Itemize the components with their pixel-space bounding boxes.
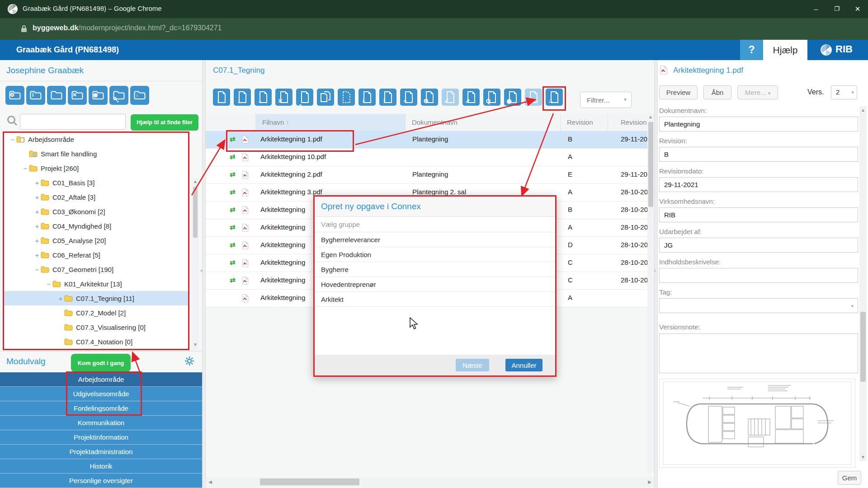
tree-scrollbar-thumb[interactable] [193,187,198,238]
browser-urlbar[interactable]: byggeweb.dk/modernproject/index.html?_dc… [0,18,868,40]
module-item-kommunikation[interactable]: Kommunikation [0,416,202,430]
module-item-projektadministration[interactable]: Projektadministration [0,445,202,459]
field-input-tag-[interactable] [659,298,858,313]
tree-item[interactable]: +C02_Aftale [3] [4,190,189,204]
module-item-udgivelsesomr-de[interactable]: Udgivelsesområde [0,387,202,401]
process-document-button[interactable]: ⚙ [421,89,438,106]
tree-item[interactable]: C07.2_Model [2] [4,305,189,320]
details-scroll-up-icon[interactable]: ▲ [859,108,867,113]
search-input[interactable] [20,114,126,130]
version-select[interactable]: 2▾ [831,85,857,99]
tree-toggle[interactable]: − [22,164,29,172]
copy-document-button[interactable] [317,89,334,106]
details-scrollbar-thumb[interactable] [860,312,866,382]
preview-button[interactable]: Preview [659,85,698,99]
field-input-revision-[interactable] [659,147,858,162]
group-option[interactable]: Bygherre [315,262,555,277]
tree-toggle[interactable]: − [33,266,41,273]
cancel-button[interactable]: Annuller [505,359,542,371]
horizontal-scrollbar-thumb[interactable] [260,479,359,485]
right-splitter[interactable] [654,60,658,488]
field-input-dokumentnavn-[interactable] [659,117,858,131]
tree-scroll-down-icon[interactable]: ▼ [192,342,199,347]
column-header-filnavn[interactable]: Filnavn ↑ [256,114,406,131]
group-option[interactable]: Hovedentreprenør [315,277,555,292]
tree-toggle[interactable]: + [33,208,41,216]
folder-info-button[interactable]: i [26,86,45,105]
tree-scroll-up-icon[interactable]: ▲ [192,179,199,184]
table-row[interactable]: ⇄Arkitekttegning 2.pdfPlantegningE29-11-… [206,166,654,184]
left-splitter[interactable] [202,60,206,488]
field-input-virksomhedsnavn-[interactable] [659,207,858,222]
help-question-button[interactable]: ? [740,40,763,60]
minimize-button[interactable]: – [806,0,826,18]
module-item-fordelingsomr-de[interactable]: Fordelingsområde [0,401,202,416]
getting-started-button[interactable]: Kom godt i gang [71,354,131,372]
folder-permissions-button[interactable] [109,86,128,105]
folder-download-button[interactable]: ↓ [130,86,149,105]
tree-item[interactable]: −Arbejdsområde [4,132,189,146]
group-option[interactable]: Arkitekt [315,292,555,307]
tree-toggle[interactable]: + [33,237,41,244]
module-settings-gear-icon[interactable] [184,356,194,366]
help-tab[interactable]: Hjælp [763,40,807,60]
document-preview-thumbnail[interactable] [659,379,855,468]
table-row[interactable]: ⇄Arkitekttegning 10.pdfA [206,149,654,166]
tree-toggle[interactable]: − [9,136,16,143]
tree-toggle[interactable]: + [33,193,41,201]
table-row[interactable]: ⇄Arkitekttegning 1.pdfPlantegningB29-11-… [206,131,654,149]
delete-document-button[interactable]: ✕ [275,89,292,106]
folder-settings-button[interactable]: ⚙ [5,86,24,105]
more-dropdown[interactable]: Mere... ▾ [737,85,778,99]
module-item-projektinformation[interactable]: Projektinformation [0,430,202,445]
share-document-button[interactable]: ↗ [462,89,480,106]
tree-toggle[interactable]: − [45,280,52,288]
tree-item[interactable]: +C05_Analyse [20] [4,233,189,248]
group-option[interactable]: Egen Produktion [315,247,555,262]
lock-document-button[interactable] [296,89,313,106]
view-document-button[interactable]: ◉ [504,89,521,106]
send-document-button[interactable]: ▶ [525,89,542,106]
tree-toggle[interactable]: + [33,251,41,259]
add-document-button[interactable]: + [400,89,417,106]
table-scrollbar-thumb[interactable] [648,122,653,207]
tree-item[interactable]: +C03_Økonomi [2] [4,204,189,219]
tree-item[interactable]: −Projekt [260] [4,161,189,175]
tree-item[interactable]: Smart file handling [4,146,189,161]
details-scrollbar[interactable] [859,106,867,461]
close-button[interactable]: ✕ [847,0,868,18]
field-input-udarbejdet-af-[interactable] [659,238,858,253]
move-document-button[interactable] [338,89,355,106]
next-button[interactable]: Næste [456,359,489,371]
find-files-help-button[interactable]: Hjælp til at finde filer [131,114,198,131]
tree-item[interactable]: C07.3_Visualisering [0] [4,320,189,334]
module-item-arbejdsomr-de[interactable]: Arbejdsområde [0,372,202,387]
module-item-historik[interactable]: Historik [0,459,202,474]
field-input-indholdsbeskrivelse-[interactable] [659,268,858,283]
column-header-revision[interactable]: Revision [561,114,608,131]
field-input-revisionsdato-[interactable] [659,177,858,192]
folder-delete-button[interactable]: ✕ [68,86,87,105]
folder-view-button[interactable]: ◉ [89,86,108,105]
tree-item[interactable]: +C04_Myndighed [8] [4,219,189,233]
tree-toggle[interactable]: + [57,295,64,302]
save-button[interactable]: Gem [838,471,861,485]
module-item-personlige-oversigter[interactable]: Personlige oversigter [0,474,202,488]
tree-item[interactable]: +C01_Basis [3] [4,175,189,190]
tree-toggle[interactable]: + [33,179,41,187]
tree-toggle[interactable]: + [33,222,41,230]
tree-item[interactable]: −K01_Arkitektur [13] [4,277,189,291]
tree-item[interactable]: −C07_Geometri [190] [4,262,189,277]
column-header-dokumentnavn[interactable]: Dokumentnavn [406,114,561,131]
filter-dropdown[interactable]: Filtrer...▾ [580,92,632,108]
tree-item[interactable]: +C07.1_Tegning [11] [4,291,189,305]
group-option[interactable]: Bygherreleverancer [315,232,555,247]
document-title[interactable]: Arkitekttegning 1.pdf [673,66,743,75]
upload-document-button[interactable]: ↑ [213,89,230,106]
restore-button[interactable]: ❐ [826,0,847,18]
document-info-button[interactable]: i [359,89,376,106]
import-document-button[interactable]: → [255,89,272,106]
h-scroll-left-icon[interactable]: ◀ [207,479,214,484]
tree-item[interactable]: +C06_Referat [5] [4,248,189,262]
folder-new-button[interactable] [47,86,66,105]
